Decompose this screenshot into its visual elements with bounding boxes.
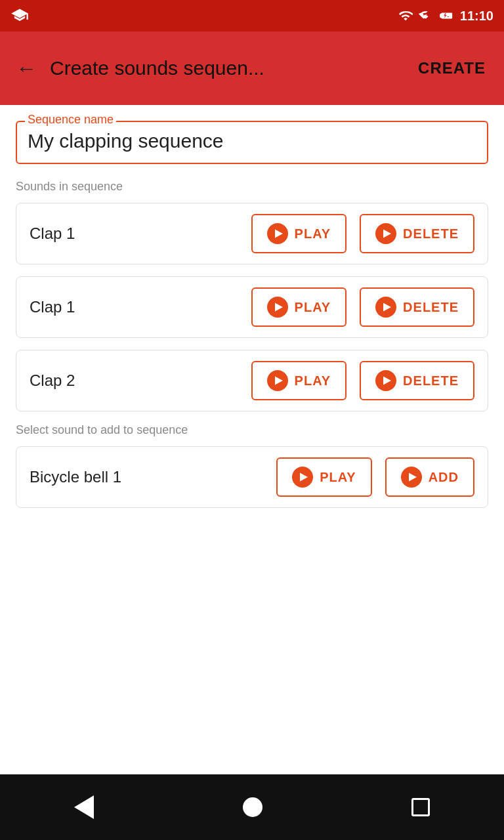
available-sound-card-1: Bicycle bell 1 PLAY ADD	[16, 446, 488, 508]
nav-back-icon	[74, 795, 94, 819]
sounds-in-sequence-list: Clap 1 PLAY DELETE Clap 1 PLAY DELETE Cl…	[16, 203, 488, 411]
nav-recents-button[interactable]	[404, 790, 438, 824]
play-button-3[interactable]: PLAY	[251, 361, 347, 400]
bottom-nav	[0, 774, 504, 840]
add-label-1: ADD	[429, 470, 459, 485]
nav-home-button[interactable]	[235, 789, 270, 825]
app-bar-title: Create sounds sequen...	[50, 57, 402, 79]
sounds-in-sequence-label: Sounds in sequence	[16, 180, 488, 194]
play-circle-icon	[267, 223, 288, 244]
sound-card-1: Clap 1 PLAY DELETE	[16, 203, 488, 264]
sound-card-2: Clap 1 PLAY DELETE	[16, 276, 488, 338]
delete-button-1[interactable]: DELETE	[360, 214, 474, 253]
delete-button-3[interactable]: DELETE	[360, 361, 474, 400]
main-content: Sequence name Sounds in sequence Clap 1 …	[0, 105, 504, 774]
play-circle-icon	[375, 370, 396, 391]
sound-name-1: Clap 1	[30, 224, 241, 243]
nav-home-icon	[243, 797, 262, 817]
play-button-1[interactable]: PLAY	[251, 214, 347, 253]
create-button[interactable]: CREATE	[410, 54, 494, 83]
app-bar: ← Create sounds sequen... CREATE	[0, 32, 504, 105]
nav-recents-icon	[411, 798, 430, 816]
play-label-1: PLAY	[295, 226, 331, 242]
sound-card-3: Clap 2 PLAY DELETE	[16, 350, 488, 411]
play-label-3: PLAY	[295, 373, 331, 388]
play-circle-icon	[267, 297, 288, 318]
status-time: 11:10	[460, 9, 494, 24]
delete-label-1: DELETE	[403, 226, 459, 242]
add-button-1[interactable]: ADD	[385, 457, 474, 497]
sequence-name-label: Sequence name	[25, 113, 116, 127]
sequence-name-wrapper: Sequence name	[16, 121, 488, 164]
play-circle-icon	[375, 297, 396, 318]
sound-name-3: Clap 2	[30, 371, 241, 390]
app-icon	[10, 7, 29, 25]
available-sounds-list: Bicycle bell 1 PLAY ADD	[16, 446, 488, 508]
play-button-2[interactable]: PLAY	[251, 287, 347, 327]
available-sound-name-1: Bicycle bell 1	[30, 468, 266, 486]
status-bar-right: 11:10	[398, 9, 494, 24]
play-circle-icon	[401, 467, 422, 488]
status-bar: 11:10	[0, 0, 504, 32]
delete-label-2: DELETE	[403, 300, 459, 315]
nav-back-button[interactable]	[66, 788, 102, 827]
play-circle-icon	[267, 370, 288, 391]
signal-icon	[418, 9, 432, 23]
status-bar-left	[10, 7, 29, 25]
select-sound-label: Select sound to add to sequence	[16, 423, 488, 437]
play-circle-icon	[375, 223, 396, 244]
delete-button-2[interactable]: DELETE	[360, 287, 474, 327]
available-play-button-1[interactable]: PLAY	[276, 457, 372, 497]
back-button[interactable]: ←	[10, 51, 42, 86]
svg-rect-2	[450, 15, 451, 16]
battery-icon	[438, 9, 455, 23]
wifi-icon	[398, 9, 413, 23]
sound-name-2: Clap 1	[30, 298, 241, 316]
delete-label-3: DELETE	[403, 373, 459, 388]
sequence-name-input[interactable]	[28, 127, 476, 155]
play-label-2: PLAY	[295, 300, 331, 315]
play-circle-icon	[292, 467, 313, 488]
available-play-label-1: PLAY	[320, 470, 356, 485]
